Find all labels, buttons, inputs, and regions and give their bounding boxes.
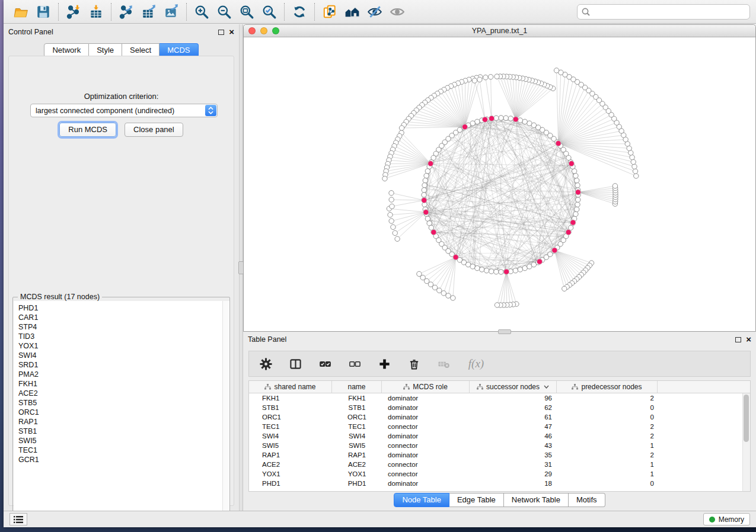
table-settings-button[interactable]	[259, 357, 273, 371]
network-graph[interactable]	[244, 37, 755, 331]
table-row[interactable]: TEC1TEC1connector472	[249, 422, 750, 431]
table-row[interactable]: SWI4SWI4dominator462	[249, 431, 750, 441]
attribute-type-icon	[264, 384, 271, 390]
cell-predecessor_nodes: 2	[557, 423, 658, 430]
select-all-button[interactable]	[318, 357, 332, 371]
mcds-result-item[interactable]: RAP1	[18, 417, 229, 427]
attribute-type-icon	[403, 384, 410, 390]
zoom-fit-button[interactable]	[235, 2, 258, 21]
deselect-all-icon	[349, 358, 361, 370]
tab-edge-table[interactable]: Edge Table	[449, 493, 504, 507]
export-network-button[interactable]	[115, 2, 138, 21]
mcds-result-item[interactable]: STB1	[18, 427, 229, 436]
mcds-result-list[interactable]: PHD1CAR1STP4TID3YOX1SWI4SRD1PMA2FKH1ACE2…	[14, 301, 229, 517]
zoom-in-button[interactable]	[190, 2, 213, 21]
zoom-fit-icon	[239, 4, 254, 20]
mcds-result-item[interactable]: STP4	[18, 322, 229, 332]
cell-successor_nodes: 96	[470, 395, 557, 402]
horizontal-splitter-grip[interactable]	[498, 329, 511, 334]
cell-shared_name: PHD1	[249, 480, 332, 487]
column-visibility-button[interactable]	[288, 357, 302, 371]
zoom-out-button[interactable]	[213, 2, 235, 21]
cell-name: STB1	[332, 404, 382, 411]
optimization-criterion-label: Optimization criterion:	[9, 92, 234, 101]
column-header-filler	[658, 381, 750, 393]
show-all-button[interactable]	[386, 2, 409, 21]
mcds-result-item[interactable]: TID3	[18, 332, 229, 341]
refresh-button[interactable]	[288, 2, 311, 21]
table-scrollbar[interactable]	[742, 393, 750, 492]
table-row[interactable]: YOX1YOX1connector291	[249, 469, 750, 479]
close-table-panel-icon[interactable]: ×	[746, 336, 751, 342]
column-header-MCDS-role[interactable]: MCDS role	[382, 381, 470, 393]
cell-name: FKH1	[332, 395, 382, 402]
tab-network-table[interactable]: Network Table	[504, 493, 569, 507]
mcds-result-item[interactable]: SWI4	[18, 351, 229, 360]
memory-button[interactable]: Memory	[703, 513, 750, 525]
network-canvas[interactable]	[244, 37, 755, 331]
export-image-button[interactable]	[160, 2, 183, 21]
table-row[interactable]: SWI5SWI5connector431	[249, 441, 750, 450]
cell-successor_nodes: 18	[470, 480, 557, 487]
share-network-button[interactable]	[318, 2, 341, 21]
column-header-shared-name[interactable]: shared name	[249, 381, 332, 393]
mcds-result-item[interactable]: STB5	[18, 398, 229, 408]
close-panel-icon[interactable]: ×	[229, 29, 234, 35]
float-panel-icon[interactable]	[218, 30, 224, 35]
table-row[interactable]: ACE2ACE2connector311	[249, 460, 750, 469]
close-panel-button[interactable]: Close panel	[125, 123, 183, 137]
control-panel-header: Control Panel ×	[4, 24, 239, 40]
toolbar-separator	[284, 3, 285, 21]
deselect-all-button[interactable]	[347, 357, 362, 371]
vertical-splitter[interactable]	[239, 24, 243, 511]
import-network-button[interactable]	[62, 2, 85, 21]
mcds-result-item[interactable]: YOX1	[18, 341, 229, 351]
network-window-titlebar[interactable]: YPA_prune.txt_1	[244, 25, 755, 37]
table-row[interactable]: PHD1PHD1dominator180	[249, 479, 750, 488]
cell-predecessor_nodes: 2	[557, 395, 658, 402]
tab-motifs[interactable]: Motifs	[569, 493, 605, 507]
table-row[interactable]: ORC1ORC1dominator610	[249, 412, 750, 422]
cell-shared_name: STB1	[249, 404, 332, 411]
table-row[interactable]: RAP1RAP1dominator352	[249, 450, 750, 460]
search-box	[577, 4, 750, 20]
column-header-predecessor-nodes[interactable]: predecessor nodes	[557, 381, 658, 393]
add-column-button[interactable]	[377, 357, 391, 371]
export-table-button[interactable]	[138, 2, 160, 21]
mcds-result-item[interactable]: GCR1	[18, 455, 229, 464]
search-input[interactable]	[577, 4, 750, 20]
column-label: predecessor nodes	[581, 383, 642, 391]
criterion-dropdown[interactable]: largest connected component (undirected)	[30, 104, 218, 117]
mcds-list-scrollbar[interactable]	[222, 301, 229, 517]
mcds-result-item[interactable]: ORC1	[18, 408, 229, 417]
mcds-result-item[interactable]: SRD1	[18, 360, 229, 370]
mcds-result-item[interactable]: CAR1	[18, 313, 229, 322]
mcds-result-item[interactable]: SWI5	[18, 436, 229, 446]
first-neighbors-button[interactable]	[341, 2, 363, 21]
mcds-result-item[interactable]: PHD1	[18, 303, 229, 313]
delete-column-button[interactable]	[407, 357, 421, 371]
mcds-result-item[interactable]: TEC1	[18, 446, 229, 455]
zoom-selected-button[interactable]	[258, 2, 280, 21]
open-file-button[interactable]	[9, 2, 32, 21]
table-row[interactable]: STB1STB1dominator620	[249, 403, 750, 412]
list-icon	[14, 515, 23, 524]
run-mcds-button[interactable]: Run MCDS	[59, 123, 116, 137]
status-bar: Memory	[4, 511, 756, 527]
mcds-result-item[interactable]: PMA2	[18, 370, 229, 379]
node-table-body: FKH1FKH1dominator962STB1STB1dominator620…	[249, 393, 750, 488]
float-table-panel-icon[interactable]	[735, 337, 741, 342]
hide-selected-button[interactable]	[363, 2, 386, 21]
cell-mcds_role: connector	[382, 423, 470, 430]
column-header-name[interactable]: name	[332, 381, 382, 393]
save-session-button[interactable]	[32, 2, 55, 21]
import-table-button[interactable]	[85, 2, 107, 21]
mcds-result-item[interactable]: FKH1	[18, 379, 229, 389]
table-row[interactable]: FKH1FKH1dominator962	[249, 393, 750, 403]
mcds-result-item[interactable]: ACE2	[18, 389, 229, 398]
table-scrollbar-thumb[interactable]	[744, 395, 749, 442]
column-header-successor-nodes[interactable]: successor nodes	[470, 381, 557, 393]
task-history-button[interactable]	[9, 513, 27, 525]
network-window-title: YPA_prune.txt_1	[244, 27, 755, 35]
tab-node-table[interactable]: Node Table	[394, 493, 449, 507]
